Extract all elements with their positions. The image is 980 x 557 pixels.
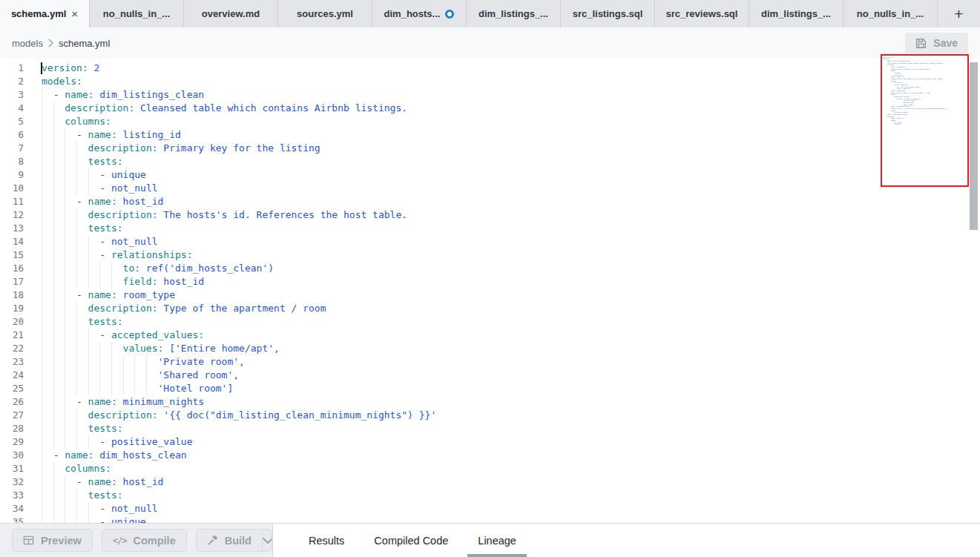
compile-button-label: Compile (134, 535, 176, 547)
save-button-label: Save (933, 37, 958, 49)
tab-label: overview.md (202, 8, 260, 19)
scrollbar-thumb[interactable] (970, 62, 978, 230)
code-line[interactable]: - unique (883, 123, 896, 125)
code-line[interactable]: description: Cleansed table which contai… (42, 102, 436, 115)
chevron-right-icon (47, 39, 54, 47)
code-editor[interactable]: 1234567891011121314151617181920212223242… (0, 59, 980, 523)
code-line[interactable]: description: The hosts's id. References … (42, 208, 436, 222)
breadcrumb-file: schema.yml (59, 38, 110, 49)
bottom-bar: Preview </> Compile Build (0, 523, 980, 557)
close-icon[interactable]: × (71, 8, 78, 19)
line-number: 28 (0, 422, 24, 435)
bottom-actions: Preview </> Compile Build (0, 524, 273, 557)
save-icon (915, 38, 927, 49)
build-dropdown-button[interactable] (262, 530, 272, 551)
code-line[interactable]: tests: (42, 222, 436, 235)
tab-results[interactable]: Results (294, 524, 359, 557)
code-line[interactable]: - unique (42, 168, 436, 182)
code-line[interactable]: models: (42, 75, 436, 88)
tab-dim-listings[interactable]: dim_listings_... (749, 0, 843, 27)
code-line[interactable]: tests: (42, 155, 436, 168)
code-line[interactable]: - accepted_values: (42, 329, 436, 342)
code-line[interactable]: tests: (42, 422, 436, 435)
line-number: 17 (0, 275, 24, 289)
tab-label: dim_listings_... (761, 8, 831, 19)
tab-label: sources.yml (297, 8, 353, 19)
line-number: 20 (0, 315, 24, 329)
tab-overview-md[interactable]: overview.md (184, 0, 278, 27)
compile-button[interactable]: </> Compile (102, 529, 187, 552)
code-content[interactable]: version: 2models:- name: dim_listings_cl… (42, 62, 436, 523)
editor-header: models schema.yml Save (0, 27, 980, 59)
tab-no-nulls-in[interactable]: no_nulls_in_... (843, 0, 938, 27)
code-line[interactable]: - name: listing_id (42, 128, 436, 142)
tab-src-listings-sql[interactable]: src_listings.sql (561, 0, 655, 27)
line-number: 27 (0, 409, 24, 422)
code-line[interactable]: description: Primary key for the listing (42, 142, 436, 155)
code-line[interactable]: - name: room_type (42, 289, 436, 302)
new-tab-button[interactable]: + (954, 6, 963, 22)
line-number: 8 (0, 155, 24, 168)
tab-label: no_nulls_in_... (103, 8, 170, 19)
breadcrumb-dir[interactable]: models (12, 38, 43, 49)
line-number: 3 (0, 88, 24, 102)
tab-dim-hosts[interactable]: dim_hosts... (372, 0, 467, 27)
code-line[interactable]: - relationships: (42, 248, 436, 262)
line-number: 24 (0, 369, 24, 382)
tab-no-nulls-in[interactable]: no_nulls_in_... (90, 0, 184, 27)
code-line[interactable]: columns: (42, 115, 436, 128)
code-line[interactable]: - not_null (42, 235, 436, 248)
line-number: 22 (0, 342, 24, 355)
hammer-icon (207, 535, 218, 546)
code-line[interactable]: tests: (42, 315, 436, 329)
code-line[interactable]: to: ref('dim_hosts_clean') (42, 262, 436, 275)
code-line[interactable]: 'Hotel room'] (42, 382, 436, 395)
save-button[interactable]: Save (905, 33, 968, 53)
minimap[interactable]: version: 2models:- name: dim_listings_cl… (881, 54, 969, 187)
tab-bar-tabs: schema.yml×no_nulls_in_...overview.mdsou… (0, 0, 938, 27)
code-line[interactable]: - not_null (42, 502, 436, 515)
line-number: 15 (0, 248, 24, 262)
chevron-down-icon (263, 538, 272, 544)
line-number: 10 (0, 182, 24, 195)
preview-button[interactable]: Preview (12, 529, 93, 552)
code-line[interactable]: tests: (42, 489, 436, 502)
tab-label: src_reviews.sql (666, 8, 738, 19)
line-number: 2 (0, 75, 24, 88)
line-number: 26 (0, 395, 24, 409)
tab-lineage[interactable]: Lineage (463, 524, 531, 557)
tab-src-reviews-sql[interactable]: src_reviews.sql (655, 0, 749, 27)
tab-compiled-code[interactable]: Compiled Code (359, 524, 463, 557)
tab-label: src_listings.sql (573, 8, 643, 19)
code-line[interactable]: - name: host_id (42, 475, 436, 489)
build-button[interactable]: Build (197, 530, 262, 551)
code-line[interactable]: field: host_id (42, 275, 436, 289)
code-line[interactable]: - unique (42, 515, 436, 523)
tab-bar: schema.yml×no_nulls_in_...overview.mdsou… (0, 0, 980, 27)
code-line[interactable]: - name: dim_hosts_clean (42, 449, 436, 462)
code-line[interactable]: columns: (42, 462, 436, 475)
code-line[interactable]: - name: host_id (42, 195, 436, 208)
line-number: 32 (0, 475, 24, 489)
tab-label: no_nulls_in_... (857, 8, 924, 19)
tab-schema-yml[interactable]: schema.yml× (0, 0, 90, 27)
line-number: 23 (0, 355, 24, 369)
code-line[interactable]: version: 2 (42, 62, 436, 75)
code-line[interactable]: 'Shared room', (42, 369, 436, 382)
code-line[interactable]: - not_null (42, 182, 436, 195)
code-line[interactable]: - positive_value (42, 435, 436, 449)
code-line[interactable]: - name: dim_listings_clean (42, 88, 436, 102)
tab-sources-yml[interactable]: sources.yml (278, 0, 372, 27)
line-number: 21 (0, 329, 24, 342)
tab-dim-listings[interactable]: dim_listings_... (467, 0, 561, 27)
code-line[interactable]: values: ['Entire home/apt', (42, 342, 436, 355)
line-number: 16 (0, 262, 24, 275)
code-line[interactable]: description: '{{ doc("dim_listing_clean_… (42, 409, 436, 422)
code-line[interactable]: - name: minimum_nights (42, 395, 436, 409)
line-number: 35 (0, 515, 24, 523)
line-number-gutter: 1234567891011121314151617181920212223242… (0, 62, 24, 523)
code-line[interactable]: description: Type of the apartment / roo… (42, 302, 436, 315)
code-line[interactable]: 'Private room', (42, 355, 436, 369)
table-icon (23, 535, 34, 546)
text-cursor (41, 62, 42, 74)
